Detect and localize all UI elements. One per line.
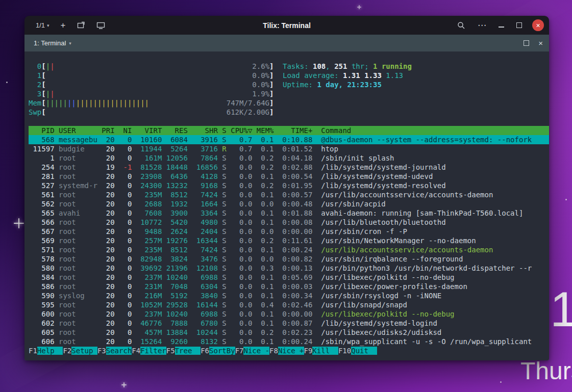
process-row-606[interactable]: 606 root 20 0 15264 9260 8132 S 0.0 0.1 …: [29, 337, 549, 346]
menu-button[interactable]: ⋯: [476, 19, 488, 32]
close-button[interactable]: ×: [532, 19, 544, 31]
process-row-11597[interactable]: 11597 budgie 20 0 11944 5264 3716 R 0.7 …: [29, 144, 549, 153]
terminal-close-icon[interactable]: ×: [538, 39, 543, 47]
new-terminal-down-button[interactable]: [94, 20, 107, 31]
htop-stat-line: Uptime: 1 day, 21:23:35: [283, 80, 412, 89]
ellipsis-icon: ⋯: [478, 20, 486, 31]
process-row-281[interactable]: 281 root 20 0 23908 6436 4128 S 0.0 0.1 …: [29, 172, 549, 181]
process-row-586[interactable]: 586 root 20 0 231M 7048 6304 S 0.0 0.1 0…: [29, 282, 549, 291]
search-icon: [457, 21, 465, 30]
titlebar: 1/1 ▾ +: [24, 16, 549, 35]
tab-terminal-1[interactable]: 1: Terminal ▾: [34, 39, 71, 47]
chevron-down-icon: ▾: [69, 41, 71, 46]
wallpaper-sparkle: [14, 218, 24, 228]
process-row-566[interactable]: 566 root 20 0 10772 5420 4980 S 0.0 0.1 …: [29, 218, 549, 227]
plus-icon: +: [61, 22, 66, 29]
process-row-527[interactable]: 527 systemd-r 20 0 24300 13232 9168 S 0.…: [29, 181, 549, 190]
maximize-icon: [516, 22, 522, 28]
wallpaper-star-dot: [500, 381, 502, 383]
meter-0: 0[|| 2.6%]: [29, 62, 274, 71]
chevron-down-icon: ▾: [47, 23, 49, 28]
process-row-568[interactable]: 568 messagebu 20 0 10160 6084 3916 S 0.7…: [29, 135, 549, 144]
process-row-254[interactable]: 254 root 19 -1 81528 18448 16856 S 0.0 0…: [29, 163, 549, 172]
search-button[interactable]: [455, 20, 467, 31]
process-row-571[interactable]: 571 root 20 0 235M 8512 7424 S 0.0 0.1 0…: [29, 245, 549, 254]
process-row-595[interactable]: 595 root 20 0 1052M 29528 16144 S 0.0 0.…: [29, 300, 549, 309]
process-row-562[interactable]: 562 root 20 0 2688 1932 1664 S 0.0 0.0 0…: [29, 199, 549, 208]
process-row-565[interactable]: 565 avahi 20 0 7608 3900 3364 S 0.0 0.1 …: [29, 208, 549, 218]
fkey-f7[interactable]: F7Nice -: [235, 347, 269, 355]
fkey-f8[interactable]: F8Nice +: [269, 347, 304, 355]
htop-process-table: PID USER PRI NI VIRT RES SHR S CPU%▽ MEM…: [29, 126, 549, 346]
fkey-f9[interactable]: F9Kill: [304, 347, 338, 355]
terminal-screen[interactable]: 0[|| 2.6%] 1[ 0.0%] 2[ 0.0%] 3[||: [24, 51, 549, 360]
process-row-578[interactable]: 578 root 20 0 82948 3824 3476 S 0.0 0.0 …: [29, 254, 549, 264]
new-session-button[interactable]: +: [59, 21, 68, 30]
monitor-icon: [96, 21, 105, 30]
meter-mem: Mem[|||||||||||||||||||||||| 747M/7.64G]: [29, 98, 274, 108]
htop-function-bar: F1Help F2Setup F3SearchF4FilterF5Tree F6…: [29, 346, 549, 355]
meter-2: 2[ 0.0%]: [29, 80, 274, 89]
meter-3: 3[|| 1.9%]: [29, 89, 274, 98]
wallpaper-star-dot: [6, 82, 8, 83]
wallpaper-star-dot: [565, 199, 567, 200]
process-row-584[interactable]: 584 root 20 0 237M 10240 6988 S 0.0 0.1 …: [29, 273, 549, 282]
terminal-maximize-icon[interactable]: [524, 40, 529, 46]
htop-stats: Tasks: 108, 251 thr; 1 runningLoad avera…: [283, 62, 412, 89]
process-row-600[interactable]: 600 root 20 0 237M 10240 6988 S 0.0 0.1 …: [29, 309, 549, 319]
session-counter-label: 1/1: [36, 21, 45, 29]
minimize-icon: [499, 27, 504, 28]
htop-header-area: 0[|| 2.6%] 1[ 0.0%] 2[ 0.0%] 3[||: [29, 62, 549, 117]
meter-swp: Swp[ 612K/2.00G]: [29, 108, 274, 117]
htop-stat-line: Load average: 1.31 1.33 1.13: [283, 71, 412, 80]
htop-header-row[interactable]: PID USER PRI NI VIRT RES SHR S CPU%▽ MEM…: [29, 126, 549, 135]
meter-1: 1[ 0.0%]: [29, 71, 274, 80]
wallpaper-sparkle: [121, 382, 127, 387]
desktop-clock-day: Thursday: [520, 357, 572, 385]
minimize-button[interactable]: [496, 22, 506, 29]
htop-stat-line: Tasks: 108, 251 thr; 1 running: [283, 62, 412, 71]
split-right-icon: [77, 21, 85, 30]
fkey-f5[interactable]: F5Tree: [166, 347, 201, 355]
process-row-561[interactable]: 561 root 20 0 235M 8512 7424 S 0.0 0.1 0…: [29, 190, 549, 199]
tilix-window: 1/1 ▾ +: [24, 16, 549, 360]
process-row-590[interactable]: 590 syslog 20 0 216M 5192 3840 S 0.0 0.1…: [29, 291, 549, 300]
htop-meters: 0[|| 2.6%] 1[ 0.0%] 2[ 0.0%] 3[||: [29, 62, 274, 117]
fkey-f10[interactable]: F10Quit: [338, 347, 377, 355]
maximize-button[interactable]: [514, 21, 524, 29]
fkey-f6[interactable]: F6SortBy: [201, 347, 235, 355]
fkey-f1[interactable]: F1Help: [29, 347, 63, 355]
wallpaper-sparkle: [357, 5, 361, 9]
terminal-tabbar: 1: Terminal ▾ ×: [24, 35, 549, 51]
tab-label: 1: Terminal: [34, 39, 66, 47]
fkey-f3[interactable]: F3Search: [97, 347, 132, 355]
desktop: 1 Thursday 1/1 ▾ +: [0, 0, 572, 392]
process-row-580[interactable]: 580 root 20 0 39692 21396 12108 S 0.0 0.…: [29, 264, 549, 273]
process-row-605[interactable]: 605 root 20 0 457M 13884 10244 S 0.0 0.2…: [29, 328, 549, 337]
process-row-1[interactable]: 1 root 20 0 161M 12056 7864 S 0.0 0.2 0:…: [29, 153, 549, 163]
process-row-567[interactable]: 567 root 20 0 9488 2624 2404 S 0.0 0.0 0…: [29, 227, 549, 236]
process-row-602[interactable]: 602 root 20 0 46776 7888 6780 S 0.0 0.1 …: [29, 319, 549, 328]
new-terminal-right-button[interactable]: [75, 20, 87, 31]
fkey-f4[interactable]: F4Filter: [132, 347, 166, 355]
desktop-clock-date: 1: [550, 281, 572, 337]
session-selector-button[interactable]: 1/1 ▾: [34, 20, 52, 30]
process-row-569[interactable]: 569 root 20 0 257M 19276 16344 S 0.0 0.2…: [29, 236, 549, 245]
fkey-f2[interactable]: F2Setup: [63, 347, 97, 355]
close-icon: ×: [536, 22, 540, 29]
